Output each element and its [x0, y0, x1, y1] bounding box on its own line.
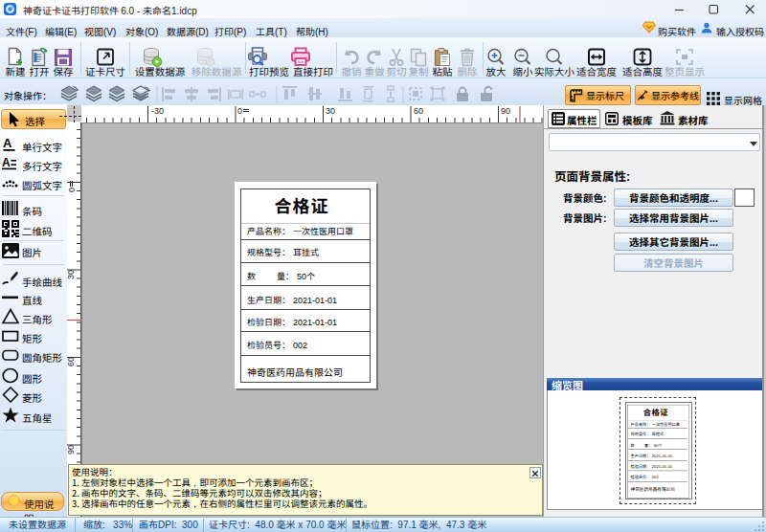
svg-text:A: A — [3, 137, 12, 150]
svg-text:A: A — [2, 156, 11, 169]
